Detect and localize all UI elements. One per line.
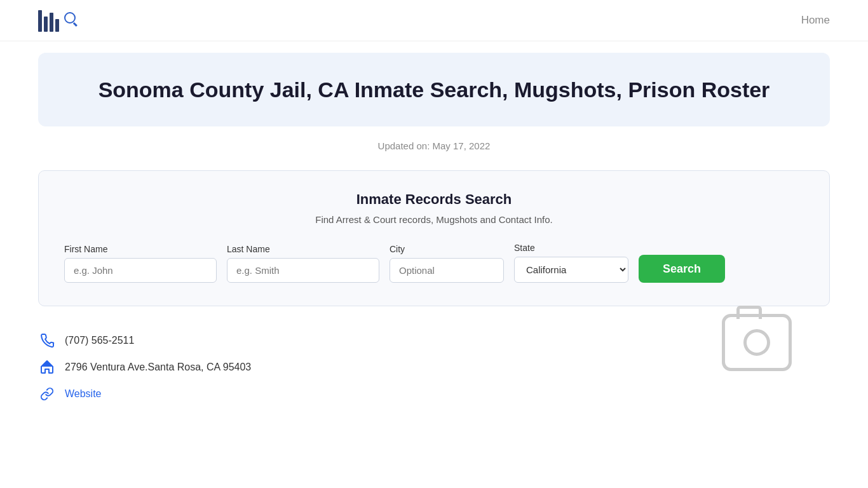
city-label: City (390, 244, 504, 254)
city-group: City (390, 244, 504, 283)
last-name-group: Last Name (227, 244, 379, 283)
phone-icon (38, 332, 56, 349)
last-name-input[interactable] (227, 258, 379, 283)
updated-text: Updated on: May 17, 2022 (0, 140, 868, 151)
logo-bars-icon (38, 9, 59, 32)
phone-text: (707) 565-2511 (65, 335, 134, 346)
main-nav: Home (801, 14, 830, 27)
location-icon (38, 358, 56, 376)
last-name-label: Last Name (227, 244, 379, 254)
header: Home (0, 0, 868, 41)
search-card-title: Inmate Records Search (64, 191, 804, 208)
state-select[interactable]: AlabamaAlaskaArizonaArkansasCaliforniaCo… (514, 257, 628, 283)
city-input[interactable] (390, 258, 504, 283)
website-link[interactable]: Website (65, 388, 102, 400)
address-text: 2796 Ventura Ave.Santa Rosa, CA 95403 (65, 362, 251, 373)
search-card-subtitle: Find Arrest & Court records, Mugshots an… (64, 214, 804, 225)
state-group: State AlabamaAlaskaArizonaArkansasCalifo… (514, 243, 628, 283)
address-row: 2796 Ventura Ave.Santa Rosa, CA 95403 (38, 358, 830, 376)
camera-icon (722, 314, 792, 371)
hero-banner: Sonoma County Jail, CA Inmate Search, Mu… (38, 53, 830, 126)
first-name-group: First Name (64, 244, 217, 283)
search-form: First Name Last Name City State AlabamaA… (64, 243, 804, 283)
state-label: State (514, 243, 628, 253)
camera-placeholder (722, 314, 792, 371)
nav-home-link[interactable]: Home (801, 14, 830, 26)
website-row: Website (38, 385, 830, 403)
search-button[interactable]: Search (639, 255, 725, 283)
search-card: Inmate Records Search Find Arrest & Cour… (38, 170, 830, 306)
hero-title: Sonoma County Jail, CA Inmate Search, Mu… (64, 76, 804, 104)
logo[interactable] (38, 9, 74, 32)
phone-row: (707) 565-2511 (38, 332, 830, 349)
first-name-label: First Name (64, 244, 217, 254)
logo-search-icon (64, 12, 76, 24)
first-name-input[interactable] (64, 258, 217, 283)
link-icon (38, 385, 56, 403)
camera-lens (743, 329, 770, 356)
